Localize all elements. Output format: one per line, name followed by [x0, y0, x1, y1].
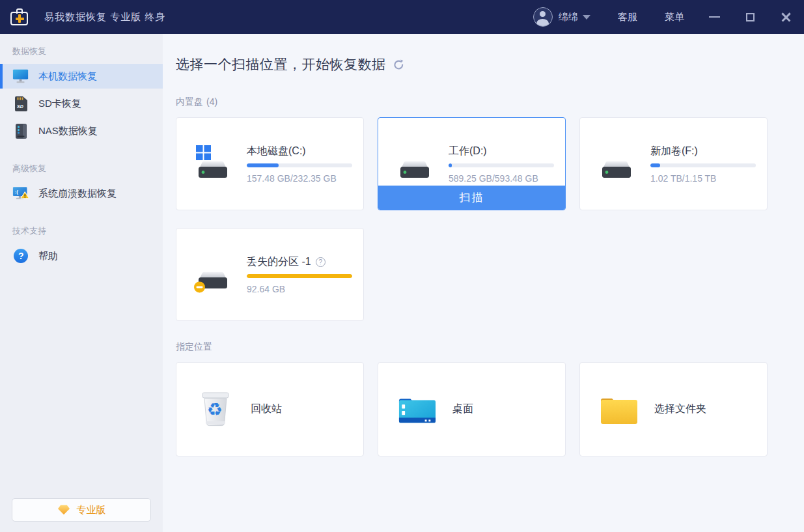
drive-card-f[interactable]: 新加卷(F:) 1.02 TB/1.15 TB: [579, 117, 768, 210]
sidebar-item-label: SD卡恢复: [38, 98, 81, 110]
lost-partition-help-icon[interactable]: ?: [316, 257, 326, 267]
drive-name: 本地磁盘(C:): [247, 145, 352, 158]
internal-drives-label: 内置盘 (4): [176, 96, 804, 108]
maximize-button[interactable]: [744, 11, 756, 23]
drive-capacity: 1.02 TB/1.15 TB: [650, 173, 756, 184]
capacity-bar: [650, 163, 756, 167]
sidebar: 数据恢复 本机数据恢复 SD SD卡恢复: [0, 34, 163, 532]
support-link[interactable]: 客服: [618, 11, 637, 23]
sidebar-section-support: 技术支持: [12, 225, 163, 237]
menu-link[interactable]: 菜单: [665, 11, 684, 23]
sidebar-item-crashed-system-recovery[interactable]: :( 系统崩溃数据恢复: [0, 181, 163, 206]
nas-icon: [12, 122, 29, 139]
maximize-icon: [746, 13, 755, 21]
sidebar-section-advanced: 高级恢复: [12, 163, 163, 175]
sidebar-item-label: 系统崩溃数据恢复: [38, 188, 117, 200]
drive-card-d[interactable]: 工作(D:) 589.25 GB/593.48 GB 扫描: [378, 117, 566, 210]
desktop-card[interactable]: 桌面: [378, 362, 566, 456]
drive-name: 丢失的分区 -1: [247, 255, 311, 269]
chevron-down-icon[interactable]: [583, 15, 590, 20]
help-icon: ?: [12, 247, 29, 264]
page-title: 选择一个扫描位置，开始恢复数据: [176, 55, 386, 74]
svg-text:♻: ♻: [207, 400, 223, 419]
monitor-icon: [12, 68, 29, 85]
lost-partition-drive-icon: [192, 256, 234, 294]
close-button[interactable]: [780, 11, 792, 23]
app-logo-icon: [10, 8, 29, 26]
drive-capacity: 157.48 GB/232.35 GB: [247, 173, 352, 184]
sidebar-item-label: 本机数据恢复: [38, 70, 97, 83]
app-title: 易我数据恢复 专业版 终身: [44, 11, 165, 23]
recycle-bin-icon: ♻: [196, 390, 235, 429]
license-button[interactable]: 专业版: [12, 498, 151, 522]
capacity-bar: [247, 274, 352, 278]
recycle-bin-card[interactable]: ♻ 回收站: [176, 362, 364, 456]
svg-text:SD: SD: [17, 104, 23, 108]
location-label: 回收站: [251, 402, 282, 416]
lost-partition-card[interactable]: 丢失的分区 -1 ? 92.64 GB: [176, 228, 364, 321]
gem-icon: [57, 504, 70, 516]
crashed-system-icon: :(: [12, 185, 29, 202]
drive-capacity: 92.64 GB: [247, 284, 352, 294]
user-name[interactable]: 绵绵: [559, 11, 578, 23]
choose-folder-card[interactable]: 选择文件夹: [579, 362, 768, 456]
minimize-button[interactable]: [708, 11, 720, 23]
license-label: 专业版: [77, 504, 106, 516]
drive-card-c[interactable]: 本地磁盘(C:) 157.48 GB/232.35 GB: [176, 117, 364, 210]
sidebar-item-local-recovery[interactable]: 本机数据恢复: [0, 64, 163, 89]
user-avatar[interactable]: [533, 7, 553, 27]
sidebar-item-help[interactable]: ? 帮助: [0, 244, 163, 268]
close-icon: [781, 12, 791, 22]
location-label: 桌面: [452, 402, 473, 416]
choose-folder-icon: [600, 390, 639, 429]
specified-locations-label: 指定位置: [176, 341, 804, 353]
desktop-folder-icon: [398, 390, 437, 429]
hard-drive-icon: [596, 145, 637, 183]
sidebar-item-sd-recovery[interactable]: SD SD卡恢复: [0, 91, 163, 116]
svg-text::(: :(: [15, 188, 19, 194]
drive-name: 工作(D:): [449, 145, 554, 158]
main-panel: 选择一个扫描位置，开始恢复数据 内置盘 (4): [163, 34, 804, 532]
sidebar-item-label: 帮助: [38, 250, 58, 262]
drive-capacity: 589.25 GB/593.48 GB: [449, 173, 554, 184]
sd-card-icon: SD: [12, 95, 29, 112]
drive-name: 新加卷(F:): [650, 145, 756, 158]
minimize-icon: [709, 16, 720, 18]
location-label: 选择文件夹: [654, 402, 706, 416]
title-bar: 易我数据恢复 专业版 终身 绵绵 客服 菜单: [0, 0, 804, 34]
svg-text:?: ?: [18, 251, 24, 261]
hard-drive-windows-icon: [192, 145, 234, 183]
scan-button[interactable]: 扫描: [378, 186, 565, 210]
refresh-icon[interactable]: [393, 59, 405, 71]
sidebar-item-label: NAS数据恢复: [38, 125, 98, 137]
hard-drive-icon: [394, 145, 436, 183]
sidebar-item-nas-recovery[interactable]: NAS数据恢复: [0, 119, 163, 143]
capacity-bar: [449, 163, 554, 167]
capacity-bar: [247, 163, 352, 167]
sidebar-section-data-recovery: 数据恢复: [12, 46, 163, 57]
